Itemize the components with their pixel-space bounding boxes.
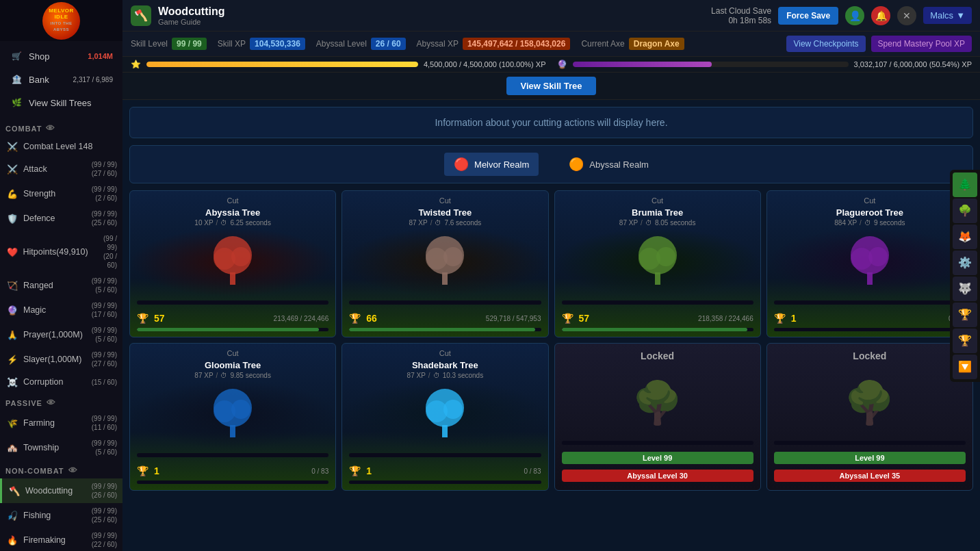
- dock-tree-button[interactable]: 🌳: [953, 198, 977, 223]
- dock-woodcutting-button[interactable]: 🌲: [953, 172, 977, 197]
- sidebar-item-hitpoints49910[interactable]: ❤️ Hitpoints(49,910) (99 / 99) (20 / 60): [0, 231, 122, 273]
- mastery-bar-outer-5: [349, 480, 541, 484]
- combat-visibility-toggle[interactable]: 👁: [46, 123, 55, 133]
- sidebar-item-attack[interactable]: ⚔️ Attack (99 / 99) (27 / 60): [0, 157, 122, 181]
- tree-card-4[interactable]: Cut Gloomia Tree 87 XP / ⏱ 9.85 seconds: [129, 343, 336, 491]
- passive-visibility-toggle[interactable]: 👁: [47, 398, 56, 408]
- mastery-xp-text-0: 213,469 / 224,466: [274, 315, 329, 322]
- tree-action-5: Cut: [342, 344, 547, 360]
- sidebar-item-woodcutting[interactable]: 🪓 Woodcutting (99 / 99) (26 / 60): [0, 478, 122, 503]
- profile-icon-button[interactable]: 👤: [845, 6, 864, 25]
- skill-tree-btn-row: View Skill Tree: [122, 73, 980, 100]
- tree-card-0[interactable]: Cut Abyssia Tree 10 XP / ⏱ 6.25 seconds: [129, 190, 336, 337]
- sidebar-item-firemaking[interactable]: 🔥 Firemaking (99 / 99) (22 / 60): [0, 528, 122, 551]
- mastery-xp-text-4: 0 / 83: [311, 467, 328, 475]
- sidebar-item-label-8: Corruption: [23, 377, 88, 387]
- svg-rect-13: [867, 272, 873, 285]
- content-area: Information about your cutting actions w…: [122, 100, 980, 551]
- abyssal-xp-label: Abyssal XP: [417, 39, 459, 49]
- sidebar-item-label-1: Strength: [23, 189, 88, 198]
- noncombat-items: 🪓 Woodcutting (99 / 99) (26 / 60) 🎣 Fish…: [0, 478, 122, 551]
- mastery-bar-outer-1: [349, 328, 541, 331]
- trophy-icon-4: 🏆: [137, 465, 149, 476]
- current-axe-label: Current Axe: [581, 39, 624, 49]
- tree-name-4: Gloomia Tree: [130, 360, 335, 370]
- tree-name-0: Abyssia Tree: [130, 207, 335, 218]
- bank-button[interactable]: 🏦 Bank 2,317 / 6,989: [4, 68, 118, 90]
- combat-level-icon: ⚔️: [5, 140, 19, 153]
- force-save-button[interactable]: Force Save: [778, 7, 838, 25]
- xp-icon-1: ⭐: [131, 60, 141, 69]
- trophy-icon-5: 🏆: [349, 465, 361, 476]
- sidebar-item-label-1: Fishing: [23, 511, 88, 520]
- tree-card-3[interactable]: Cut Plagueroot Tree 884 XP / ⏱ 9 seconds: [766, 190, 973, 337]
- noncombat-visibility-toggle[interactable]: 👁: [68, 465, 78, 476]
- tree-grid: Cut Abyssia Tree 10 XP / ⏱ 6.25 seconds: [122, 190, 980, 498]
- sidebar-item-icon-2: 🔥: [5, 533, 19, 547]
- tree-name-3: Plagueroot Tree: [767, 207, 972, 218]
- trophy-icon-2: 🏆: [562, 313, 573, 324]
- sidebar-item-levels-1: (99 / 99) (25 / 60): [92, 507, 117, 524]
- tree-progress-outer-1: [349, 300, 541, 305]
- sidebar-item-icon-1: 🏘️: [5, 441, 19, 454]
- tree-stats-3: 884 XP / ⏱ 9 seconds: [767, 218, 972, 228]
- tree-card-5[interactable]: Cut Shadebark Tree 87 XP / ⏱ 10.3 second…: [341, 343, 548, 491]
- view-checkpoints-button[interactable]: View Checkpoints: [786, 36, 865, 52]
- sidebar-item-levels-1: (99 / 99) (5 / 60): [92, 439, 117, 457]
- main-area: 🪓 Woodcutting Game Guide Last Cloud Save…: [122, 0, 980, 551]
- tree-card-6[interactable]: Locked 🌳 Level 99 Abyssal Level 30: [554, 343, 761, 491]
- mastery-bar-outer-0: [137, 328, 328, 331]
- notification-icon-button[interactable]: 🔔: [871, 6, 890, 25]
- tree-action-3: Cut: [767, 191, 972, 207]
- sidebar-item-ranged[interactable]: 🏹 Ranged (99 / 99) (5 / 60): [0, 273, 122, 298]
- sidebar-item-combat-level[interactable]: ⚔️ Combat Level 148: [0, 136, 122, 157]
- dock-trophy1-button[interactable]: 🏆: [953, 303, 977, 327]
- skill-title: Woodcutting: [158, 5, 224, 18]
- svg-point-19: [231, 400, 250, 419]
- tree-card-7[interactable]: Locked 🌳 Level 99 Abyssal Level 35: [766, 343, 973, 491]
- sidebar-item-label-7: Slayer(1,000M): [23, 355, 88, 364]
- trophy-icon-3: 🏆: [774, 313, 786, 324]
- sidebar-item-defence[interactable]: 🛡️ Defence (99 / 99) (25 / 60): [0, 206, 122, 231]
- view-skill-trees-button[interactable]: 🌿 View Skill Trees: [4, 92, 118, 114]
- sidebar-item-prayer1000m[interactable]: 🙏 Prayer(1,000M) (99 / 99) (5 / 60): [0, 322, 122, 347]
- tree-footer-0: 🏆 57 213,469 / 224,466: [130, 309, 335, 328]
- spend-mastery-button[interactable]: Spend Mastery Pool XP: [871, 36, 972, 52]
- xp-icon-2: 🔮: [557, 60, 567, 69]
- sidebar-item-slayer1000m[interactable]: ⚡ Slayer(1,000M) (99 / 99) (27 / 60): [0, 347, 122, 372]
- abyssal-realm-button[interactable]: 🟠 Abyssal Realm: [559, 153, 658, 176]
- bank-value: 2,317 / 6,989: [73, 76, 113, 84]
- melvor-realm-icon: 🔴: [454, 157, 469, 172]
- abyssal-realm-label: Abyssal Realm: [589, 159, 649, 170]
- combat-items: ⚔️ Attack (99 / 99) (27 / 60) 💪 Strength…: [0, 157, 122, 392]
- skill-icon: 🪓: [131, 5, 151, 26]
- logo[interactable]: MELVORIDLEINTO THEABYSS: [42, 2, 80, 40]
- shop-button[interactable]: 🛒 Shop 1,014M: [4, 45, 118, 67]
- mastery-bar-inner-1: [349, 328, 535, 331]
- tree-card-1[interactable]: Cut Twisted Tree 87 XP / ⏱ 7.6 seconds: [341, 190, 548, 337]
- dock-fox-button[interactable]: 🦊: [953, 225, 977, 249]
- sidebar-item-township[interactable]: 🏘️ Township (99 / 99) (5 / 60): [0, 435, 122, 460]
- sidebar-item-magic[interactable]: 🔮 Magic (99 / 99) (17 / 60): [0, 298, 122, 322]
- sidebar-item-levels-7: (99 / 99) (27 / 60): [92, 350, 117, 368]
- tree-action-1: Cut: [342, 191, 547, 207]
- dock-chevron-button[interactable]: 🔽: [953, 355, 977, 379]
- username-button[interactable]: Malcs ▼: [923, 7, 972, 24]
- melvor-realm-label: Melvor Realm: [474, 159, 529, 170]
- lock-req2-7: Abyssal Level 35: [774, 470, 966, 482]
- tree-stats-5: 87 XP / ⏱ 10.3 seconds: [342, 370, 547, 381]
- sidebar-item-levels-4: (99 / 99) (5 / 60): [92, 277, 117, 294]
- dock-wolf-button[interactable]: 🐺: [953, 277, 977, 301]
- dock-settings-button[interactable]: ⚙️: [953, 251, 977, 275]
- view-skill-tree-button[interactable]: View Skill Tree: [506, 77, 595, 95]
- sidebar-item-label-2: Firemaking: [23, 535, 88, 545]
- close-icon-button[interactable]: ✕: [897, 6, 916, 25]
- sidebar-item-fishing[interactable]: 🎣 Fishing (99 / 99) (25 / 60): [0, 503, 122, 528]
- dock-trophy2-button[interactable]: 🏆: [953, 329, 977, 353]
- sidebar-item-strength[interactable]: 💪 Strength (99 / 99) (2 / 60): [0, 181, 122, 206]
- melvor-realm-button[interactable]: 🔴 Melvor Realm: [444, 153, 539, 176]
- sidebar-item-corruption[interactable]: ☠️ Corruption (15 / 60): [0, 372, 122, 392]
- tree-stats-1: 87 XP / ⏱ 7.6 seconds: [342, 218, 547, 228]
- tree-card-2[interactable]: Cut Brumia Tree 87 XP / ⏱ 8.05 seconds: [554, 190, 761, 337]
- sidebar-item-farming[interactable]: 🌾 Farming (99 / 99) (11 / 60): [0, 411, 122, 435]
